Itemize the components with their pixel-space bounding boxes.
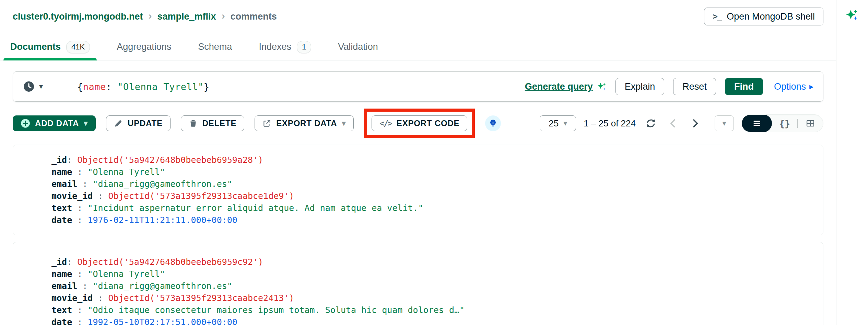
update-label: UPDATE [128, 119, 163, 128]
tab-aggregations[interactable]: Aggregations [115, 34, 173, 60]
collection-tabbar: Documents 41K Aggregations Schema Indexe… [0, 34, 836, 60]
terminal-icon: >_ [713, 12, 721, 21]
breadcrumb-cluster[interactable]: cluster0.tyoirmj.mongodb.net [13, 11, 143, 22]
explain-button[interactable]: Explain [615, 78, 665, 95]
refresh-icon [645, 118, 656, 129]
field-key: email [51, 179, 77, 189]
field-separator: : [72, 269, 87, 279]
caret-down-icon: ▾ [342, 120, 346, 127]
clock-icon [23, 80, 35, 93]
mongodb-compass-documents-view: cluster0.tyoirmj.mongodb.net › sample_mf… [0, 0, 868, 325]
delete-label: DELETE [202, 119, 236, 128]
document-field: date : 1992-05-10T02:17:51.000+00:00 [51, 316, 813, 325]
field-key: movie_id [51, 191, 93, 201]
json-view-toggle[interactable]: {} [772, 114, 797, 132]
field-key: _id [51, 257, 67, 267]
field-separator: : [72, 305, 87, 315]
table-view-toggle[interactable] [798, 114, 823, 132]
tab-validation-label: Validation [338, 42, 378, 52]
field-value-string: "diana_rigg@gameofthron.es" [93, 281, 232, 291]
query-input[interactable]: {name: "Olenna Tyrell"} [77, 81, 209, 92]
field-key: date [51, 215, 72, 225]
ai-sparkle-icon[interactable] [845, 8, 859, 23]
add-data-button[interactable]: ADD DATA ▾ [13, 115, 96, 131]
plus-circle-icon [21, 119, 30, 128]
json-view-icon: {} [779, 118, 790, 129]
hint-lightbulb-button[interactable] [485, 115, 501, 131]
prev-page-button[interactable] [666, 118, 680, 128]
breadcrumb-collection: comments [231, 11, 277, 22]
query-history-button[interactable]: ▾ [23, 80, 43, 93]
tab-documents[interactable]: Documents 41K [8, 34, 92, 60]
export-code-button[interactable]: </> EXPORT CODE [372, 115, 467, 131]
query-actions: Generate query Explain Reset Find Option… [525, 78, 813, 95]
export-code-label: EXPORT CODE [397, 119, 460, 128]
chevron-right-icon: › [222, 10, 225, 22]
field-key: text [51, 203, 72, 213]
document-field: text : "Incidunt aspernatur error aliqui… [51, 202, 813, 214]
document-card[interactable]: _id: ObjectId('5a9427648b0beebeb6959c92'… [13, 242, 823, 325]
document-card[interactable]: _id: ObjectId('5a9427648b0beebeb6959a28'… [13, 145, 823, 235]
field-value-date: 1992-05-10T02:17:51.000+00:00 [87, 317, 237, 325]
ai-assistant-rail [836, 0, 868, 325]
open-mongodb-shell-button[interactable]: >_ Open MongoDB shell [704, 8, 823, 25]
field-key: name [51, 269, 72, 279]
document-field: movie_id : ObjectId('573a1395f29313caabc… [51, 190, 813, 202]
breadcrumb-database[interactable]: sample_mflix [157, 11, 216, 22]
options-label: Options [774, 81, 806, 92]
trash-icon [189, 119, 198, 128]
pencil-icon [114, 119, 123, 128]
field-value-objectid: ObjectId('5a9427648b0beebeb6959c92') [77, 257, 263, 267]
chevron-right-icon: › [149, 10, 152, 22]
field-value-string: "diana_rigg@gameofthron.es" [93, 179, 232, 189]
delete-button[interactable]: DELETE [181, 115, 244, 131]
expand-options-button[interactable]: ▾ [715, 115, 734, 131]
tab-schema-label: Schema [198, 42, 232, 52]
export-data-button[interactable]: EXPORT DATA ▾ [255, 115, 354, 131]
options-toggle[interactable]: Options ▸ [774, 81, 813, 92]
list-view-icon [752, 119, 762, 128]
field-value-objectid: ObjectId('573a1395f29313caabce2413') [108, 293, 294, 303]
field-separator: : [72, 317, 87, 325]
update-button[interactable]: UPDATE [106, 115, 171, 131]
page-size-value: 25 [549, 118, 559, 129]
document-field: movie_id : ObjectId('573a1395f29313caabc… [51, 292, 813, 304]
document-field: text : "Odio itaque consectetur maiores … [51, 304, 813, 316]
caret-down-icon: ▾ [39, 83, 43, 90]
field-key: date [51, 317, 72, 325]
export-data-label: EXPORT DATA [276, 119, 337, 128]
field-key: name [51, 167, 72, 177]
page-size-select[interactable]: 25 ▾ [540, 115, 576, 131]
ai-sparkle-icon [596, 81, 607, 92]
field-separator: : [93, 293, 108, 303]
document-field: _id: ObjectId('5a9427648b0beebeb6959c92'… [51, 256, 813, 268]
query-bar-section: ▾ {name: "Olenna Tyrell"} Generate query… [13, 71, 823, 102]
next-page-button[interactable] [688, 118, 702, 128]
refresh-button[interactable] [643, 118, 658, 129]
field-key: _id [51, 155, 67, 165]
breadcrumb: cluster0.tyoirmj.mongodb.net › sample_mf… [13, 11, 277, 22]
tab-schema[interactable]: Schema [196, 34, 234, 60]
document-field: email : "diana_rigg@gameofthron.es" [51, 178, 813, 190]
query-token: : [106, 81, 118, 92]
list-view-toggle[interactable] [742, 114, 772, 132]
field-separator: : [72, 215, 87, 225]
field-separator: : [77, 179, 93, 189]
chevron-right-icon [690, 118, 700, 128]
add-data-label: ADD DATA [35, 119, 79, 128]
view-switcher: {} [741, 114, 823, 132]
reset-button[interactable]: Reset [673, 78, 716, 95]
query-bar: ▾ {name: "Olenna Tyrell"} Generate query… [13, 71, 823, 102]
tab-indexes[interactable]: Indexes 1 [257, 34, 313, 60]
query-token: name [83, 81, 106, 92]
find-button[interactable]: Find [725, 78, 763, 95]
lightbulb-icon [489, 119, 497, 128]
field-separator: : [72, 167, 87, 177]
pagination-range: 1 – 25 of 224 [584, 118, 636, 129]
tab-validation[interactable]: Validation [336, 34, 380, 60]
generate-query-label: Generate query [525, 81, 593, 92]
caret-down-icon: ▾ [84, 120, 88, 127]
generate-query-link[interactable]: Generate query [525, 81, 607, 92]
field-value-string: "Olenna Tyrell" [87, 269, 165, 279]
indexes-count-badge: 1 [297, 41, 311, 53]
